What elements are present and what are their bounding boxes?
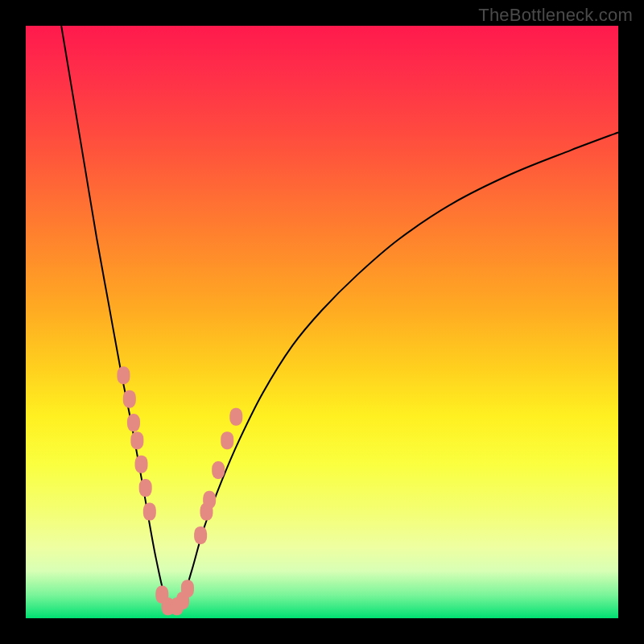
marker-point [181,580,194,597]
marker-point [212,461,225,479]
marker-point [229,408,242,426]
bottleneck-curve [61,26,618,612]
marker-point [127,414,140,431]
markers-group [117,366,242,615]
plot-area [26,26,618,618]
plot-svg [26,26,618,618]
chart-frame: TheBottleneck.com [0,0,644,644]
marker-point [221,431,233,449]
marker-point [135,456,148,473]
marker-point [123,390,136,408]
marker-point [143,503,156,521]
marker-point [130,431,143,449]
marker-point [117,366,130,384]
marker-point [139,479,152,497]
marker-point [194,526,207,544]
watermark-text: TheBottleneck.com [478,5,633,26]
marker-point [203,491,216,509]
